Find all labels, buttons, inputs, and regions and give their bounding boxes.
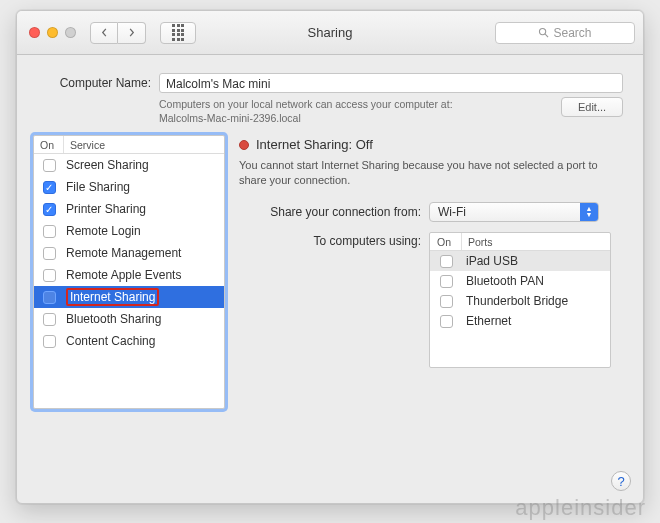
- service-row[interactable]: Internet Sharing: [34, 286, 224, 308]
- ports-table[interactable]: On Ports iPad USBBluetooth PANThunderbol…: [429, 232, 611, 368]
- service-row[interactable]: ✓Printer Sharing: [34, 198, 224, 220]
- services-table[interactable]: On Service Screen Sharing✓File Sharing✓P…: [33, 135, 225, 409]
- close-icon[interactable]: [29, 27, 40, 38]
- status-text: Internet Sharing: Off: [256, 137, 373, 152]
- dropdown-arrows-icon: ▲▼: [580, 203, 598, 221]
- service-name: Screen Sharing: [64, 158, 224, 172]
- service-row[interactable]: Bluetooth Sharing: [34, 308, 224, 330]
- status-line: Internet Sharing: Off: [239, 137, 627, 152]
- svg-line-1: [545, 34, 548, 37]
- service-row[interactable]: Remote Login: [34, 220, 224, 242]
- service-name: Bluetooth Sharing: [64, 312, 224, 326]
- service-name: File Sharing: [64, 180, 224, 194]
- service-name: Printer Sharing: [64, 202, 224, 216]
- show-all-button[interactable]: [160, 22, 196, 44]
- titlebar: Sharing Search: [17, 11, 643, 55]
- services-header-service: Service: [64, 136, 224, 153]
- content-area: Computer Name: Malcolm's Mac mini Comput…: [17, 55, 643, 425]
- computer-name-label: Computer Name:: [37, 76, 151, 90]
- service-checkbox[interactable]: ✓: [43, 203, 56, 216]
- svg-point-0: [540, 28, 546, 34]
- forward-button[interactable]: [118, 22, 146, 44]
- service-row[interactable]: Remote Management: [34, 242, 224, 264]
- computer-name-hint: Computers on your local network can acce…: [159, 97, 453, 125]
- ports-header: On Ports: [430, 233, 610, 251]
- share-from-dropdown[interactable]: Wi-Fi ▲▼: [429, 202, 599, 222]
- service-checkbox[interactable]: [43, 335, 56, 348]
- back-button[interactable]: [90, 22, 118, 44]
- computer-name-input[interactable]: Malcolm's Mac mini: [159, 73, 623, 93]
- port-checkbox[interactable]: [440, 295, 453, 308]
- port-row[interactable]: iPad USB: [430, 251, 610, 271]
- zoom-icon[interactable]: [65, 27, 76, 38]
- port-name: Ethernet: [462, 314, 610, 328]
- port-checkbox[interactable]: [440, 275, 453, 288]
- service-name: Internet Sharing: [64, 290, 224, 304]
- share-from-label: Share your connection from:: [239, 205, 421, 219]
- port-checkbox[interactable]: [440, 255, 453, 268]
- computer-name-hint-row: Computers on your local network can acce…: [37, 97, 623, 125]
- computer-name-row: Computer Name: Malcolm's Mac mini: [37, 73, 623, 93]
- service-checkbox[interactable]: [43, 291, 56, 304]
- help-button[interactable]: ?: [611, 471, 631, 491]
- ports-body: iPad USBBluetooth PANThunderbolt BridgeE…: [430, 251, 610, 331]
- chevron-right-icon: [127, 28, 136, 37]
- services-header-on: On: [34, 136, 64, 153]
- minimize-icon[interactable]: [47, 27, 58, 38]
- watermark: appleinsider: [515, 495, 646, 521]
- nav-back-forward: [90, 22, 146, 44]
- service-row[interactable]: ✓File Sharing: [34, 176, 224, 198]
- service-checkbox[interactable]: [43, 313, 56, 326]
- port-name: Thunderbolt Bridge: [462, 294, 610, 308]
- share-from-row: Share your connection from: Wi-Fi ▲▼: [239, 202, 627, 222]
- port-row[interactable]: Ethernet: [430, 311, 610, 331]
- service-row[interactable]: Content Caching: [34, 330, 224, 352]
- share-from-value: Wi-Fi: [430, 205, 580, 219]
- port-name: Bluetooth PAN: [462, 274, 610, 288]
- port-row[interactable]: Thunderbolt Bridge: [430, 291, 610, 311]
- window-controls: [29, 27, 76, 38]
- service-checkbox[interactable]: [43, 269, 56, 282]
- status-indicator-icon: [239, 140, 249, 150]
- service-name: Content Caching: [64, 334, 224, 348]
- port-row[interactable]: Bluetooth PAN: [430, 271, 610, 291]
- chevron-left-icon: [100, 28, 109, 37]
- services-header: On Service: [34, 136, 224, 154]
- service-checkbox[interactable]: [43, 159, 56, 172]
- service-row[interactable]: Remote Apple Events: [34, 264, 224, 286]
- port-checkbox[interactable]: [440, 315, 453, 328]
- sharing-preferences-window: Sharing Search Computer Name: Malcolm's …: [16, 10, 644, 504]
- service-checkbox[interactable]: [43, 225, 56, 238]
- to-computers-label: To computers using:: [239, 232, 421, 248]
- ports-header-on: On: [430, 233, 462, 250]
- edit-button[interactable]: Edit...: [561, 97, 623, 117]
- to-computers-row: To computers using: On Ports iPad USBBlu…: [239, 232, 627, 368]
- status-description: You cannot start Internet Sharing becaus…: [239, 158, 599, 188]
- service-checkbox[interactable]: [43, 247, 56, 260]
- service-checkbox[interactable]: ✓: [43, 181, 56, 194]
- search-field[interactable]: Search: [495, 22, 635, 44]
- service-detail: Internet Sharing: Off You cannot start I…: [239, 135, 627, 409]
- services-body: Screen Sharing✓File Sharing✓Printer Shar…: [34, 154, 224, 352]
- ports-header-ports: Ports: [462, 233, 610, 250]
- search-placeholder: Search: [553, 26, 591, 40]
- service-name: Remote Apple Events: [64, 268, 224, 282]
- port-name: iPad USB: [462, 254, 610, 268]
- grid-icon: [172, 24, 184, 41]
- service-name: Remote Management: [64, 246, 224, 260]
- service-name: Remote Login: [64, 224, 224, 238]
- service-row[interactable]: Screen Sharing: [34, 154, 224, 176]
- search-icon: [538, 27, 549, 38]
